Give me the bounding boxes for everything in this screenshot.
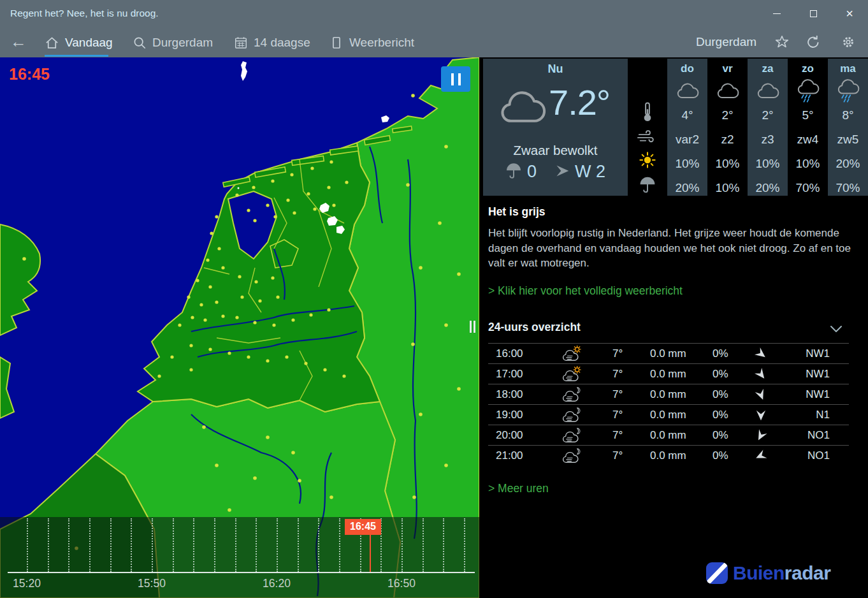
hour-temp: 7°: [612, 446, 623, 466]
tab-label: Vandaag: [65, 36, 113, 50]
timeline-marker-badge[interactable]: 16:45: [345, 519, 381, 535]
pause-button[interactable]: [441, 66, 470, 92]
active-tab-underline: [45, 55, 108, 57]
refresh-icon[interactable]: [806, 34, 821, 50]
umbrella-icon: [505, 163, 522, 182]
timeline-marker-line: [370, 535, 371, 572]
day-temp: 2°: [748, 103, 788, 128]
current-weather-card: Nu 7.2° Zwaar bewolkt 0 W 2: [483, 59, 628, 196]
forecast-day-vr[interactable]: vr 2° z2 10% 10%: [707, 59, 748, 196]
hour-row: 21:00 7° 0.0 mm 0% NO1: [488, 445, 849, 465]
more-hours-link[interactable]: > Meer uren: [488, 482, 549, 495]
hour-time: 18:00: [496, 384, 523, 405]
sun-icon: [639, 152, 656, 171]
hour-wind: NW1: [781, 364, 830, 384]
forecast-metric-legend: [628, 59, 667, 196]
logo-text-buien: Buien: [733, 562, 785, 583]
current-precip-wind-row: 0 W 2: [483, 162, 628, 182]
day-label: vr: [707, 62, 748, 78]
hour-chance: 0%: [712, 384, 728, 405]
minimize-button[interactable]: [762, 0, 792, 27]
timeline-axis: [8, 572, 475, 573]
tab-label: Weerbericht: [349, 36, 414, 50]
tab-14-daagse[interactable]: 14 daagse: [234, 33, 310, 52]
hour-precip: 0.0 mm: [650, 425, 686, 446]
hour-time: 21:00: [496, 446, 523, 466]
hour-temp: 7°: [612, 364, 623, 384]
buienradar-logo-icon: [706, 562, 728, 584]
timeline-label: 16:50: [387, 577, 416, 590]
thermometer-icon: [640, 102, 655, 126]
hour-precip: 0.0 mm: [650, 405, 686, 425]
day-wind: var2: [667, 128, 707, 152]
hour-precip: 0.0 mm: [650, 364, 686, 384]
rain-cloud-icon: [828, 78, 868, 103]
day-temp: 2°: [707, 103, 748, 128]
forecast-day-do[interactable]: do 4° var2 10% 20%: [667, 59, 707, 196]
hour-chance: 0%: [712, 425, 728, 446]
cloud-icon: [707, 78, 748, 103]
day-label: do: [667, 62, 707, 78]
tab-vandaag[interactable]: Vandaag: [45, 33, 113, 52]
current-temperature: 7.2°: [549, 82, 610, 123]
close-button[interactable]: ×: [835, 0, 864, 27]
weather-panel: Nu 7.2° Zwaar bewolkt 0 W 2 do 4° var2 1…: [479, 57, 868, 598]
tab-label: Durgerdam: [152, 36, 213, 50]
full-report-link[interactable]: > Klik hier voor het volledig weerberich…: [488, 284, 683, 298]
maximize-button[interactable]: [799, 0, 828, 27]
day-wind: z2: [707, 128, 748, 152]
favorite-star-icon[interactable]: [774, 34, 790, 50]
wind-icon: [637, 129, 658, 147]
cloud-icon: [667, 78, 707, 103]
hour-row: 20:00 7° 0.0 mm 0% NO1: [488, 425, 849, 445]
report-body: Het blijft voorlopig rustig in Nederland…: [488, 226, 857, 271]
day-label: ma: [828, 62, 868, 78]
home-icon: [45, 36, 59, 50]
pane-splitter-handle[interactable]: [470, 321, 475, 333]
forecast-day-ma[interactable]: ma 8° zw5 20% 70%: [828, 59, 868, 196]
rain-cloud-icon: [788, 78, 828, 103]
day-rain-pct: 70%: [828, 176, 868, 200]
hours-table: 16:00 7° 0.0 mm 0% NW1 17:00 7° 0.0 mm 0…: [488, 343, 849, 465]
timeline-scrubber[interactable]: 15:20 15:50 16:20 16:50 16:45: [0, 517, 479, 598]
day-label: zo: [788, 62, 828, 78]
hour-chance: 0%: [712, 405, 728, 425]
timeline-label: 15:20: [13, 577, 41, 590]
navbar: ← Vandaag Durgerdam 14 daagse Weerberich…: [0, 27, 868, 57]
wind-direction-arrow-icon: [554, 163, 570, 181]
day-rain-pct: 20%: [667, 176, 707, 200]
day-sun-pct: 20%: [828, 152, 868, 176]
hour-time: 20:00: [496, 425, 523, 446]
moon-cloud-icon: [561, 448, 583, 468]
hour-wind: NO1: [781, 425, 830, 446]
tab-label: 14 daagse: [254, 36, 310, 50]
day-sun-pct: 10%: [707, 152, 748, 176]
hour-temp: 7°: [612, 405, 623, 425]
window-title: Regent het? Nee, het is nu droog.: [10, 8, 159, 19]
search-icon: [133, 36, 147, 50]
tab-weerbericht[interactable]: Weerbericht: [329, 33, 414, 52]
current-precipitation: 0: [527, 162, 537, 182]
forecast-day-zo[interactable]: zo 5° zw4 10% 70%: [788, 59, 828, 196]
settings-gear-icon[interactable]: [841, 34, 856, 50]
back-button[interactable]: ←: [10, 32, 27, 51]
day-sun-pct: 10%: [788, 152, 828, 176]
hour-time: 19:00: [496, 405, 523, 425]
umbrella-icon: [639, 177, 656, 196]
hour-precip: 0.0 mm: [650, 344, 686, 364]
hour-chance: 0%: [712, 364, 728, 384]
radar-timestamp: 16:45: [9, 65, 50, 84]
hour-row: 16:00 7° 0.0 mm 0% NW1: [488, 343, 849, 363]
hour-temp: 7°: [612, 384, 623, 405]
timeline-label: 16:20: [263, 577, 291, 590]
day-rain-pct: 70%: [788, 176, 828, 200]
forecast-day-za[interactable]: za 2° z3 10% 20%: [748, 59, 788, 196]
day-temp: 8°: [828, 103, 868, 128]
tab-search-location[interactable]: Durgerdam: [133, 33, 213, 52]
hour-time: 16:00: [496, 344, 523, 364]
day-sun-pct: 10%: [667, 152, 707, 176]
minimize-icon: [773, 13, 781, 14]
chevron-down-icon[interactable]: [830, 324, 843, 335]
day-rain-pct: 10%: [707, 176, 748, 200]
cloud-icon: [748, 78, 788, 103]
